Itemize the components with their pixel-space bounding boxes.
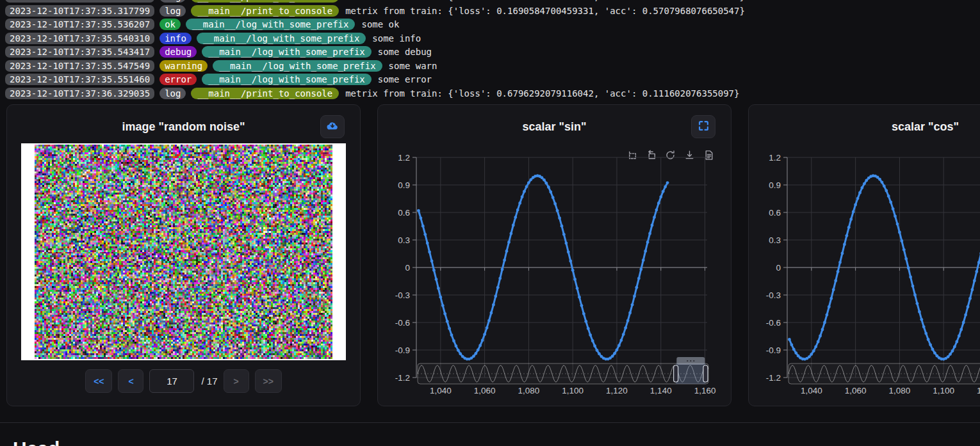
svg-text:-0.6: -0.6 (766, 318, 781, 328)
datazoom-slider[interactable] (418, 357, 708, 384)
log-timestamp: 2023-12-10T17:37:35.540310 (5, 33, 154, 44)
log-level-badge: info (159, 33, 192, 44)
log-row: 2023-12-10T17:37:35.536207ok__main__/log… (5, 19, 980, 30)
svg-text:1,060: 1,060 (845, 386, 867, 395)
log-logger-badge: __main__/log_with_some_prefix (202, 74, 371, 85)
log-logger-badge: __main__/log_with_some_prefix (202, 46, 371, 58)
datazoom-handle[interactable] (674, 365, 678, 382)
svg-text:1.2: 1.2 (398, 153, 410, 163)
log-row: 2023-12-10T17:37:35.540310info__main__/l… (5, 33, 980, 44)
log-message: metrix from train: {'loss': 0.1690584700… (345, 0, 745, 2)
image-card: image "random noise" << < / 17 > >> (6, 104, 361, 406)
last-page-button[interactable]: >> (255, 369, 282, 393)
svg-text:-0.9: -0.9 (395, 346, 410, 355)
svg-text:0.3: 0.3 (398, 235, 410, 245)
log-message: metrix from train: {'loss': 0.1690584700… (345, 6, 745, 16)
fullscreen-button[interactable] (691, 115, 715, 138)
image-pagination: << < / 17 > >> (7, 369, 360, 393)
svg-text:0.9: 0.9 (398, 180, 410, 190)
log-level-badge: log (159, 88, 186, 99)
log-timestamp: 2023-12-10T17:37:35.536207 (5, 19, 154, 30)
cos-chart-area: 1.20.90.60.30-0.3-0.6-0.9-1.21,0401,0601… (749, 145, 980, 407)
cos-card-title: scalar "cos" (749, 120, 980, 134)
log-message: some warn (389, 61, 437, 71)
svg-text:-0.3: -0.3 (766, 291, 781, 300)
page-number-input[interactable] (149, 369, 194, 393)
image-frame (21, 143, 346, 360)
svg-text:1,100: 1,100 (562, 386, 584, 395)
image-card-title: image "random noise" (7, 120, 360, 134)
log-timestamp: 2023-12-10T17:37:35.551460 (5, 74, 154, 85)
sin-chart-area: 1.20.90.60.30-0.3-0.6-0.9-1.21,0401,0601… (378, 145, 732, 407)
random-noise-image (35, 145, 332, 359)
log-level-badge: log (159, 5, 186, 17)
cos-card-header: scalar "cos" (749, 105, 980, 143)
page-total-label: / 17 (201, 376, 217, 386)
sin-chart-plot[interactable]: 1.20.90.60.30-0.3-0.6-0.9-1.21,0401,0601… (378, 145, 732, 407)
download-button[interactable] (320, 115, 345, 138)
log-row: 2023-12-10T17:37:35.547549warning__main_… (5, 60, 980, 72)
section-divider (0, 422, 980, 423)
fullscreen-corners-icon (698, 120, 709, 134)
log-level-badge: warning (159, 60, 208, 72)
log-logger-badge: __main__/log_with_some_prefix (186, 19, 355, 30)
svg-text:-0.3: -0.3 (395, 291, 410, 300)
svg-text:-1.2: -1.2 (395, 373, 410, 383)
sin-card-title: scalar "sin" (378, 120, 731, 134)
log-logger-badge: __main__/print_to_console (191, 0, 339, 3)
cloud-download-icon (325, 120, 339, 134)
cards-row: image "random noise" << < / 17 > >> (6, 104, 980, 406)
svg-text:1,120: 1,120 (977, 386, 980, 395)
log-logger-badge: __main__/log_with_some_prefix (213, 60, 382, 72)
svg-text:1,100: 1,100 (933, 386, 954, 395)
svg-text:-0.9: -0.9 (766, 346, 781, 355)
next-page-button[interactable]: > (224, 369, 249, 393)
log-timestamp: 2023-12-10T17:37:35.317799 (5, 0, 154, 3)
svg-text:1,080: 1,080 (518, 386, 540, 395)
log-level-badge: debug (159, 46, 197, 58)
log-logger-badge: __main__/log_with_some_prefix (197, 33, 366, 44)
first-page-button[interactable]: << (85, 369, 112, 393)
log-row: 2023-12-10T17:37:35.317799log__main__/pr… (5, 5, 980, 17)
datazoom-handle[interactable] (703, 365, 708, 382)
log-row: 2023-12-10T17:37:35.317799log__main__/pr… (5, 0, 980, 3)
svg-text:0.6: 0.6 (398, 208, 410, 218)
sin-card-header: scalar "sin" (378, 105, 731, 143)
log-timestamp: 2023-12-10T17:37:35.317799 (5, 5, 154, 17)
y-axis: 1.20.90.60.30-0.3-0.6-0.9-1.2 (395, 153, 416, 383)
svg-text:0.9: 0.9 (769, 180, 781, 190)
log-logger-badge: __main__/print_to_console (191, 5, 339, 17)
log-level-badge: log (159, 0, 186, 3)
log-console: 2023-12-10T17:37:35.317799log__main__/pr… (5, 0, 980, 102)
log-message: some debug (378, 47, 432, 57)
log-message: some info (372, 33, 421, 44)
log-level-badge: ok (159, 19, 181, 30)
log-timestamp: 2023-12-10T17:37:35.543417 (5, 46, 154, 58)
image-card-header: image "random noise" (7, 105, 360, 143)
svg-text:1,120: 1,120 (606, 386, 628, 395)
svg-text:0.6: 0.6 (769, 208, 781, 218)
svg-text:0: 0 (776, 263, 781, 273)
datazoom-slider[interactable] (788, 357, 980, 384)
svg-text:1,040: 1,040 (801, 386, 822, 395)
section-heading: Head (13, 438, 60, 446)
log-message: some ok (361, 19, 399, 29)
log-row: 2023-12-10T17:37:35.543417debug__main__/… (5, 46, 980, 58)
log-row: 2023-12-10T17:37:36.329035log__main__/pr… (5, 88, 980, 99)
y-axis: 1.20.90.60.30-0.3-0.6-0.9-1.2 (766, 153, 787, 383)
svg-text:-1.2: -1.2 (766, 373, 781, 383)
scalar-cos-card: scalar "cos" 1.20.90.60.30-0.3-0.6-0.9-1… (748, 104, 980, 406)
scalar-sin-card: scalar "sin" 1.20.90.60.30-0.3-0.6-0.9-1… (377, 104, 731, 406)
svg-text:1,060: 1,060 (474, 386, 496, 395)
prev-page-button[interactable]: < (118, 369, 143, 393)
log-message: some error (378, 74, 432, 84)
svg-text:1,080: 1,080 (889, 386, 911, 395)
svg-text:0: 0 (405, 263, 410, 273)
svg-text:-0.6: -0.6 (395, 318, 410, 328)
log-timestamp: 2023-12-10T17:37:35.547549 (5, 60, 154, 72)
svg-text:1,040: 1,040 (430, 386, 452, 395)
svg-text:1.2: 1.2 (769, 153, 781, 163)
cos-chart-plot[interactable]: 1.20.90.60.30-0.3-0.6-0.9-1.21,0401,0601… (749, 145, 980, 407)
svg-text:0.3: 0.3 (769, 235, 781, 245)
log-logger-badge: __main__/print_to_console (191, 88, 339, 99)
